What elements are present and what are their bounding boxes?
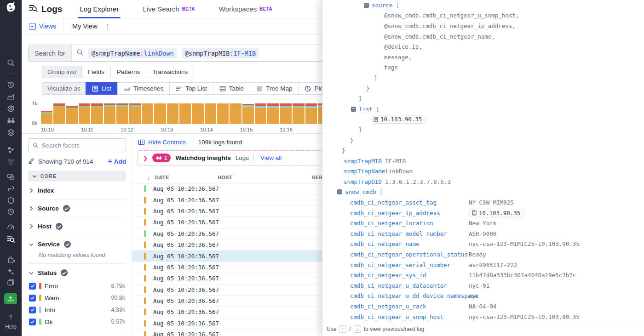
ip-address-pill[interactable]: 10.103.90.35 <box>370 115 426 124</box>
facet-header-service[interactable]: Service <box>29 241 125 248</box>
checkbox-checked[interactable] <box>29 283 36 290</box>
json-value[interactable]: asr8965117-222 <box>469 262 517 268</box>
history-icon[interactable] <box>0 79 22 90</box>
group-by-fields-button[interactable]: Fields <box>81 66 110 78</box>
views-button[interactable]: ▸ Views <box>22 18 64 34</box>
facet-search-input[interactable] <box>42 142 121 149</box>
json-key[interactable]: cmdb_ci_netgear_serial_number <box>350 262 450 268</box>
json-key[interactable]: cmdb_ci_netgear_sys_id <box>350 272 426 279</box>
visualize-top-list-button[interactable]: Top List <box>169 82 213 95</box>
monitors-icon[interactable] <box>0 103 22 114</box>
json-key[interactable]: cmdb_ci_netgear_ip_address <box>350 210 440 216</box>
add-facet-button[interactable]: + Add <box>108 157 126 165</box>
json-key[interactable]: snow_cmdb <box>345 188 376 195</box>
workspaces-icon[interactable] <box>0 277 22 288</box>
visualize-tree-map-button[interactable]: Tree Map <box>250 82 298 95</box>
json-value[interactable]: 11b47d8a333bc307a4040a19e5c7b7c <box>469 272 576 279</box>
search-icon[interactable] <box>0 57 22 68</box>
security-icon[interactable] <box>0 195 22 206</box>
json-value[interactable]: nyc <box>469 292 479 299</box>
tab-workspaces[interactable]: WorkspacesBETA <box>217 0 274 18</box>
json-key[interactable]: snmpTrapMIB <box>344 158 382 165</box>
json-key[interactable]: cmdb_ci_netgear_name <box>350 240 420 247</box>
json-array-item[interactable]: tags <box>322 63 644 73</box>
json-value[interactable]: New York <box>469 220 496 227</box>
realtime-icon[interactable] <box>0 206 22 217</box>
facet-search[interactable] <box>28 138 126 152</box>
help-label[interactable]: Help <box>0 324 22 330</box>
user-avatar[interactable] <box>4 293 17 304</box>
histogram-bar[interactable] <box>79 103 90 124</box>
json-value[interactable]: Ready <box>469 251 486 258</box>
logs-icon[interactable] <box>0 156 22 167</box>
view-options-kebab-icon[interactable]: ⋮ <box>104 23 111 30</box>
synthetics-icon[interactable] <box>0 183 22 194</box>
bits-ai-icon[interactable] <box>0 266 22 277</box>
histogram-bar[interactable] <box>91 103 103 124</box>
json-key[interactable]: snmpTrapName <box>344 168 385 175</box>
histogram-bar[interactable] <box>154 103 166 124</box>
histogram-bar[interactable] <box>305 103 317 124</box>
log-explorer-icon[interactable] <box>0 233 22 245</box>
column-header-host[interactable]: HOST <box>218 175 232 180</box>
histogram-bar[interactable] <box>53 103 65 124</box>
query-token[interactable]: @snmpTrapName:linkDown <box>88 48 177 58</box>
ip-address-pill[interactable]: 10.103.90.35 <box>469 209 525 217</box>
current-view-name[interactable]: My View <box>72 23 98 30</box>
checkbox-checked[interactable] <box>29 319 36 325</box>
histogram-bar[interactable] <box>142 103 153 124</box>
infrastructure-icon[interactable] <box>0 127 22 138</box>
browser-tests-icon[interactable] <box>0 171 22 182</box>
json-value[interactable]: NA-04-04 <box>469 303 496 310</box>
watchdog-icon[interactable] <box>0 115 22 126</box>
json-array-item[interactable]: @snow_cmdb.cmdb_ci_netgear_ip_address, <box>322 21 644 31</box>
collapse-node-icon[interactable]: − <box>364 3 369 8</box>
histogram-bar[interactable] <box>217 103 229 124</box>
json-key[interactable]: cmdb_ci_netgear_asset_tag <box>350 199 437 206</box>
edit-facets-pencil-icon[interactable] <box>28 157 35 165</box>
status-filter-warn[interactable]: Warn90.8k <box>29 292 125 304</box>
facet-header-index[interactable]: Index <box>29 187 125 194</box>
checkbox-checked[interactable] <box>29 307 36 313</box>
visualize-list-button[interactable]: List <box>86 82 117 95</box>
json-key[interactable]: cmdb_ci_netgear_operational_status <box>350 251 468 258</box>
visualize-table-button[interactable]: Table <box>213 82 250 95</box>
gauge-icon[interactable] <box>0 222 22 233</box>
histogram-bar[interactable] <box>280 103 292 124</box>
checkbox-checked[interactable] <box>29 295 36 302</box>
json-key[interactable]: cmdb_ci_netgear_u_snmp_host <box>350 313 443 320</box>
visualize-timeseries-button[interactable]: Timeseries <box>117 82 170 95</box>
metrics-icon[interactable] <box>0 91 22 102</box>
facet-header-status[interactable]: Status <box>29 269 125 276</box>
histogram-bar[interactable] <box>179 103 191 124</box>
column-header-date[interactable]: DATE <box>155 175 169 180</box>
histogram-bar[interactable] <box>167 103 178 124</box>
histogram-bar[interactable] <box>66 106 78 124</box>
histogram-bar[interactable] <box>267 103 279 124</box>
json-value[interactable]: nyc-csw-123-MIMIC25-10.103.90.35 <box>469 313 580 320</box>
watchdog-view-all-link[interactable]: View all <box>260 154 282 161</box>
json-array-item[interactable]: @snow_cmdb.cmdb_ci_netgear_u_snmp_host, <box>322 11 644 21</box>
json-key[interactable]: list <box>359 106 373 113</box>
sort-descending-icon[interactable]: ↓ <box>147 175 150 181</box>
histogram-bar[interactable] <box>129 103 141 124</box>
group-by-patterns-button[interactable]: Patterns <box>110 66 146 78</box>
status-filter-error[interactable]: Error8.75k <box>29 280 125 292</box>
json-key[interactable]: cmdb_ci_netgear_u_rack <box>350 303 426 310</box>
json-value[interactable]: IF-MIB <box>385 158 406 165</box>
status-filter-info[interactable]: Info4.33k <box>29 304 125 316</box>
histogram-bar[interactable] <box>230 103 241 124</box>
tab-log-explorer[interactable]: Log Explorer <box>78 0 121 18</box>
json-value[interactable]: nyc-csw-123-MIMIC25-10.103.90.35 <box>469 240 580 247</box>
facet-group-core[interactable]: CORE <box>28 171 126 182</box>
json-value[interactable]: 1.3.6.1.2.3.7.9.5.3 <box>385 178 451 185</box>
json-value[interactable]: ASR-9000 <box>469 230 496 237</box>
json-key[interactable]: cmdb_ci_netgear_u_datacenter <box>350 282 447 289</box>
histogram-bar[interactable] <box>205 103 216 124</box>
json-array-item[interactable]: message, <box>322 52 644 63</box>
json-key[interactable]: cmdb_ci_netgear_location <box>350 220 433 227</box>
collapse-node-icon[interactable]: − <box>351 107 356 112</box>
histogram-bar[interactable] <box>293 103 304 124</box>
histogram-bar[interactable] <box>104 103 115 124</box>
histogram-bar[interactable] <box>116 103 128 124</box>
